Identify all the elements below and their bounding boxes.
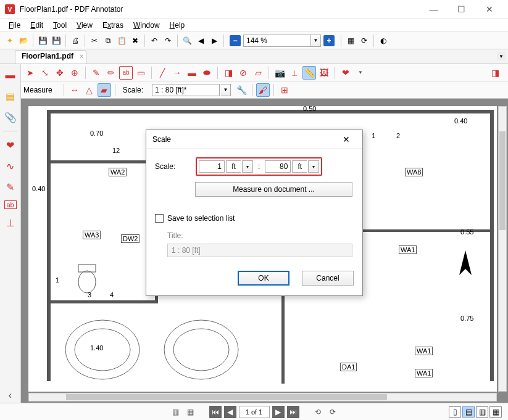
sidebar-stamp-icon[interactable]: ⊥ <box>3 215 18 230</box>
ellipse-tool-icon[interactable]: ⬬ <box>200 66 214 80</box>
search-prev-icon[interactable]: ◀ <box>194 35 207 47</box>
menu-view[interactable]: View <box>72 20 98 31</box>
sidebar-color-swatch[interactable]: ▬ <box>3 68 18 83</box>
arrow-tool-icon[interactable]: ➤ <box>23 66 37 80</box>
menu-window[interactable]: Window <box>128 20 165 31</box>
maximize-button[interactable]: ☐ <box>448 0 475 19</box>
crop-icon[interactable]: ⟂ <box>288 66 301 80</box>
note-tool-icon[interactable]: ▭ <box>134 66 148 80</box>
line-tool-icon[interactable]: ╱ <box>156 66 169 80</box>
camera-icon[interactable]: 📷 <box>273 66 286 80</box>
view-single-icon[interactable]: ▯ <box>449 406 461 418</box>
favorites-dropdown-icon[interactable]: ▼ <box>354 66 367 80</box>
scale-left-unit-dropdown[interactable]: ▾ <box>242 160 253 173</box>
zoom-input[interactable] <box>243 35 311 47</box>
rotate-icon[interactable]: ⟳ <box>358 35 370 47</box>
new-icon[interactable]: ✦ <box>4 35 16 47</box>
menu-help[interactable]: Help <box>165 20 190 31</box>
tab-close-icon[interactable]: × <box>80 53 83 60</box>
zoom-dropdown[interactable]: ▼ <box>311 35 321 47</box>
measure-label: Measure <box>23 86 52 94</box>
whiteout-icon[interactable]: ▱ <box>251 66 265 80</box>
select-tool-icon[interactable]: ⤡ <box>38 66 52 80</box>
sidebar-pen-icon[interactable]: ∿ <box>3 159 18 173</box>
minimize-button[interactable]: — <box>420 0 448 19</box>
page-layout-2-icon[interactable]: ▦ <box>185 406 197 418</box>
zoom-in-button[interactable]: + <box>323 35 335 46</box>
eraser-tool-icon[interactable]: ◨ <box>222 66 235 80</box>
page-layout-1-icon[interactable]: ▥ <box>170 406 182 418</box>
snap-icon[interactable]: ⊞ <box>278 83 291 97</box>
paste-icon[interactable]: 📋 <box>115 35 128 47</box>
dialog-close-button[interactable]: ✕ <box>336 131 356 148</box>
save-icon[interactable]: 💾 <box>36 35 49 47</box>
highlighter-tool-icon[interactable]: ✏ <box>104 66 118 80</box>
color-picker-icon[interactable]: 🖌 <box>256 83 270 97</box>
page-layout-icon[interactable]: ▦ <box>344 35 357 47</box>
num-label: 4 <box>110 291 114 299</box>
undo-icon[interactable]: ↶ <box>148 35 160 47</box>
scale-right-unit-dropdown[interactable]: ▾ <box>308 160 319 173</box>
text-tool-icon[interactable]: ab <box>119 66 133 80</box>
menu-file[interactable]: File <box>4 20 25 31</box>
sidebar-pencil-icon[interactable]: ✎ <box>3 179 18 194</box>
zoom-tool-icon[interactable]: ⊕ <box>68 66 81 80</box>
horizontal-scrollbar[interactable] <box>28 393 497 401</box>
fullscreen-icon[interactable]: ◐ <box>377 35 389 47</box>
sidebar-text-icon[interactable]: ab <box>4 200 17 209</box>
image-tool-icon[interactable]: 🖼 <box>317 66 331 80</box>
sidebar-chevron-left-icon[interactable]: ‹ <box>3 388 18 403</box>
sidebar-favorites-icon[interactable]: ❤ <box>3 138 18 152</box>
cut-icon[interactable]: ✂ <box>88 35 101 47</box>
first-page-button[interactable]: ⏮ <box>209 406 222 418</box>
prev-page-button[interactable]: ◀ <box>224 406 236 418</box>
scale-settings-icon[interactable]: 🔧 <box>235 83 248 97</box>
scale-left-value[interactable] <box>199 160 225 173</box>
room-label: WA2 <box>109 168 127 176</box>
scale-dropdown[interactable]: ▼ <box>221 84 231 96</box>
favorites-icon[interactable]: ❤ <box>339 66 352 80</box>
save-selection-checkbox[interactable] <box>155 214 164 223</box>
cancel-button[interactable]: Cancel <box>302 271 354 286</box>
save-as-icon[interactable]: 💾 <box>50 35 62 47</box>
delete-icon[interactable]: ✖ <box>129 35 141 47</box>
scale-right-value[interactable] <box>265 160 291 173</box>
view-continuous-icon[interactable]: ▤ <box>462 406 475 418</box>
redo-icon[interactable]: ↷ <box>162 35 174 47</box>
arrow-shape-icon[interactable]: → <box>170 66 184 80</box>
menu-extras[interactable]: Extras <box>98 20 128 31</box>
measure-area-icon[interactable]: ▰ <box>98 83 111 97</box>
measure-on-document-button[interactable]: Measure on document ... <box>195 182 352 197</box>
eraser-sidebar-icon[interactable]: ◨ <box>488 66 502 80</box>
sidebar-attachment-icon[interactable]: 📎 <box>3 110 18 125</box>
view-book-icon[interactable]: ▦ <box>489 406 502 418</box>
search-icon[interactable]: 🔍 <box>181 35 193 47</box>
zoom-out-button[interactable]: − <box>230 35 241 46</box>
nav-back-button[interactable]: ⟲ <box>312 406 324 418</box>
menu-edit[interactable]: Edit <box>25 20 48 31</box>
ok-button[interactable]: OK <box>238 271 289 286</box>
tab-overflow-dropdown[interactable]: ▼ <box>497 52 506 60</box>
lasso-erase-icon[interactable]: ⊘ <box>236 66 250 80</box>
page-indicator[interactable]: 1 of 1 <box>239 406 270 418</box>
rect-tool-icon[interactable]: ▬ <box>185 66 199 80</box>
next-page-button[interactable]: ▶ <box>272 406 285 418</box>
ruler-tool-icon[interactable]: 📏 <box>302 66 316 80</box>
pen-tool-icon[interactable]: ✎ <box>90 66 103 80</box>
print-icon[interactable]: 🖨 <box>69 35 81 47</box>
search-next-icon[interactable]: ▶ <box>208 35 220 47</box>
open-icon[interactable]: 📂 <box>17 35 30 47</box>
measure-distance-icon[interactable]: ↔ <box>68 83 81 97</box>
sidebar-files-icon[interactable]: ▤ <box>3 89 18 104</box>
measure-perimeter-icon[interactable]: △ <box>83 83 96 97</box>
vertical-scrollbar[interactable] <box>498 106 507 392</box>
copy-icon[interactable]: ⧉ <box>102 35 114 47</box>
nav-forward-button[interactable]: ⟳ <box>327 406 339 418</box>
document-tab[interactable]: FloorPlan1.pdf × <box>15 50 86 64</box>
last-page-button[interactable]: ⏭ <box>287 406 299 418</box>
close-button[interactable]: ✕ <box>475 0 503 19</box>
pan-tool-icon[interactable]: ✥ <box>53 66 67 80</box>
view-two-page-icon[interactable]: ▥ <box>476 406 488 418</box>
menu-tool[interactable]: Tool <box>48 20 72 31</box>
scale-combo[interactable] <box>152 84 220 96</box>
